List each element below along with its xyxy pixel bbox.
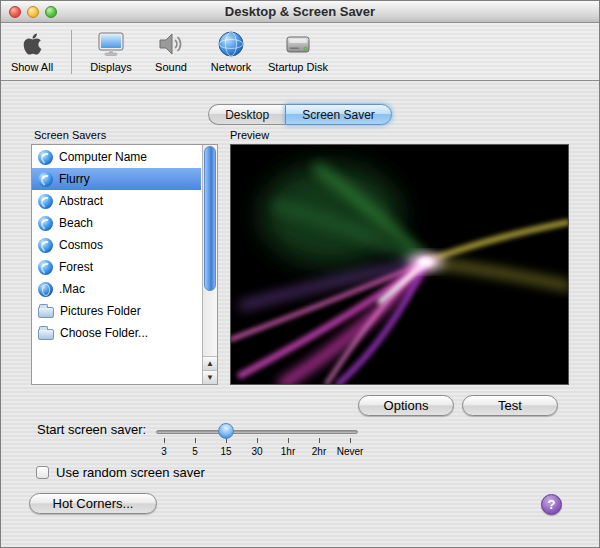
toolbar-sound[interactable]: Sound	[148, 28, 194, 73]
tab-screen-saver[interactable]: Screen Saver	[285, 104, 392, 125]
list-item-label: Beach	[59, 216, 93, 230]
display-icon	[95, 28, 127, 60]
list-rows: Computer Name Flurry Abstract Beach Cosm…	[32, 146, 201, 344]
list-item[interactable]: Computer Name	[32, 146, 201, 168]
list-item[interactable]: Forest	[32, 256, 201, 278]
list-scrollbar[interactable]: ▲ ▼	[202, 145, 217, 384]
toolbar-separator	[71, 30, 72, 74]
random-screen-saver-label: Use random screen saver	[56, 465, 205, 480]
help-button[interactable]: ?	[541, 494, 562, 515]
random-screen-saver-row: Use random screen saver	[36, 465, 205, 480]
slider-tick-label: Never	[330, 446, 370, 457]
preferences-toolbar: Show All Displays	[1, 23, 599, 81]
slider-thumb[interactable]	[218, 423, 234, 439]
test-button[interactable]: Test	[462, 395, 558, 416]
toolbar-label: Startup Disk	[268, 61, 328, 73]
screen-savers-label: Screen Savers	[34, 129, 106, 141]
toolbar-label: Sound	[155, 61, 187, 73]
list-item-label: Pictures Folder	[60, 304, 141, 318]
globe-icon	[215, 28, 247, 60]
globe-icon	[38, 282, 53, 297]
slider-tick	[164, 438, 165, 443]
list-item[interactable]: Cosmos	[32, 234, 201, 256]
list-item[interactable]: Beach	[32, 212, 201, 234]
slider-track[interactable]	[156, 430, 358, 434]
screen-saver-list: Computer Name Flurry Abstract Beach Cosm…	[31, 144, 218, 385]
slider-tick	[350, 438, 351, 443]
hot-corners-button[interactable]: Hot Corners...	[29, 493, 157, 514]
slider-tick	[257, 438, 258, 443]
list-item-label: Choose Folder...	[60, 326, 148, 340]
swirl-icon	[38, 194, 53, 209]
slider-tick	[319, 438, 320, 443]
list-item-label: Forest	[59, 260, 93, 274]
window-title: Desktop & Screen Saver	[1, 4, 599, 19]
list-item[interactable]: Pictures Folder	[32, 300, 201, 322]
toolbar-label: Network	[211, 61, 251, 73]
swirl-icon	[38, 238, 53, 253]
swirl-icon	[38, 260, 53, 275]
list-item-selected[interactable]: Flurry	[32, 168, 201, 190]
apple-icon	[16, 28, 48, 60]
swirl-icon	[38, 172, 53, 187]
screen-saver-preview	[230, 144, 569, 385]
flurry-preview-art	[231, 145, 568, 384]
options-button[interactable]: Options	[358, 395, 454, 416]
list-item-label: Abstract	[59, 194, 103, 208]
disk-icon	[282, 28, 314, 60]
list-item-label: .Mac	[59, 282, 85, 296]
toolbar-show-all[interactable]: Show All	[9, 28, 55, 73]
toolbar-network[interactable]: Network	[208, 28, 254, 73]
folder-icon	[38, 307, 54, 318]
list-item-label: Computer Name	[59, 150, 147, 164]
preview-label: Preview	[230, 129, 269, 141]
scroll-down-arrow-icon[interactable]: ▼	[203, 370, 217, 384]
title-bar: Desktop & Screen Saver	[1, 1, 599, 23]
toolbar-label: Displays	[90, 61, 132, 73]
slider-tick	[195, 438, 196, 443]
list-item[interactable]: Abstract	[32, 190, 201, 212]
toolbar-displays[interactable]: Displays	[88, 28, 134, 73]
start-screen-saver-slider: 3 5 15 30 1hr 2hr Never	[156, 421, 366, 459]
swirl-icon	[38, 150, 53, 165]
list-item-label: Cosmos	[59, 238, 103, 252]
list-item-label: Flurry	[59, 172, 90, 186]
folder-icon	[38, 329, 54, 340]
list-item[interactable]: Choose Folder...	[32, 322, 201, 344]
list-item[interactable]: .Mac	[32, 278, 201, 300]
speaker-icon	[155, 28, 187, 60]
tab-bar: Desktop Screen Saver	[1, 104, 599, 125]
scrollbar-arrows: ▲ ▼	[203, 356, 217, 384]
random-screen-saver-checkbox[interactable]	[36, 466, 49, 479]
scrollbar-thumb[interactable]	[204, 146, 216, 291]
start-screen-saver-label: Start screen saver:	[37, 422, 146, 437]
toolbar-startup-disk[interactable]: Startup Disk	[268, 28, 328, 73]
preferences-window: Desktop & Screen Saver Show All Displays	[0, 0, 600, 548]
toolbar-label: Show All	[11, 61, 53, 73]
swirl-icon	[38, 216, 53, 231]
slider-tick	[288, 438, 289, 443]
tab-desktop[interactable]: Desktop	[208, 104, 285, 125]
scroll-up-arrow-icon[interactable]: ▲	[203, 356, 217, 370]
